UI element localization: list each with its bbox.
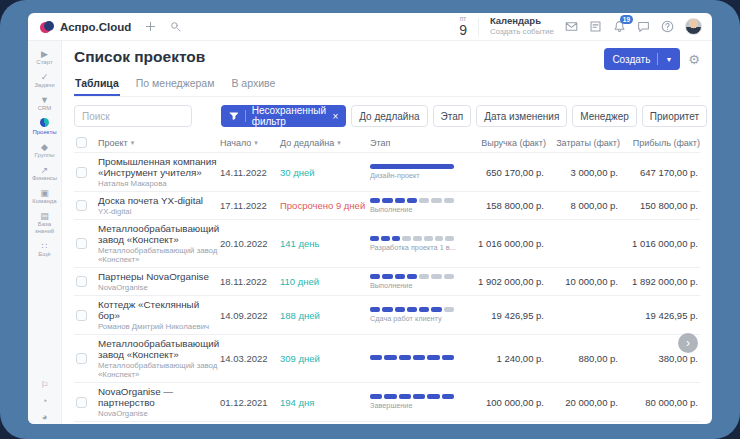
note-icon[interactable]: [589, 20, 602, 33]
filter-button-до-дедлайна[interactable]: До дедлайна: [351, 105, 427, 127]
tab-3[interactable]: В архиве: [230, 74, 276, 96]
pie-icon: ◔: [28, 396, 61, 406]
start-date: 20.10.2022: [220, 238, 280, 249]
more-icon: ∷: [28, 241, 61, 251]
row-checkbox[interactable]: [76, 167, 87, 178]
column-header-label: Проект: [98, 138, 128, 148]
mail-icon[interactable]: [565, 20, 578, 33]
tab-2[interactable]: По менеджерам: [135, 74, 216, 96]
column-header-label: Выручка (факт): [481, 138, 546, 148]
column-header-7[interactable]: Прибыль (факт): [620, 138, 700, 148]
start-date: 17.11.2022: [220, 200, 280, 211]
column-header-4[interactable]: Этап: [370, 138, 468, 148]
page-title: Список проектов: [74, 48, 205, 66]
profit-value: 19 426,95 р.: [620, 310, 700, 321]
row-checkbox[interactable]: [76, 397, 87, 408]
sidebar-item-crm[interactable]: ▼CRM: [28, 93, 61, 114]
table-row[interactable]: NovaOrganise — партнерствоNovaOrganise01…: [74, 383, 700, 422]
stage-label: Дизайн-проект: [370, 171, 462, 180]
table-row[interactable]: Металлообрабатывающий завод «Конспект»Ме…: [74, 335, 700, 383]
sidebar-item-knowledge[interactable]: ▤База знаний: [28, 209, 61, 237]
active-filter-chip[interactable]: Несохраненный фильтр ×: [221, 105, 346, 127]
stage-label: Разработка проекта 1 в...: [370, 243, 462, 252]
help-icon[interactable]: [661, 20, 674, 33]
stage-cell: Сдача работ клиенту: [370, 307, 468, 323]
filter-button-дата-изменения[interactable]: Дата изменения: [476, 105, 567, 127]
remove-filter-icon[interactable]: ×: [332, 111, 338, 122]
chevron-down-icon[interactable]: ▼: [665, 56, 672, 63]
row-checkbox[interactable]: [76, 310, 87, 321]
sidebar-item-label: Финансы: [28, 175, 61, 182]
revenue-value: 1 902 000,00 р.: [468, 276, 546, 287]
row-checkbox[interactable]: [76, 200, 87, 211]
disc-icon[interactable]: ◕: [28, 410, 61, 424]
table-row[interactable]: Промышленная компания «Инструмент учител…: [74, 153, 700, 192]
project-subtitle: Металлообрабатывающий завод «Конспект»: [98, 361, 220, 379]
pie-icon[interactable]: ◔: [28, 394, 61, 408]
filter-button-менеджер[interactable]: Менеджер: [572, 105, 637, 127]
chat-icon[interactable]: [637, 20, 650, 33]
column-header-6[interactable]: Затраты (факт): [546, 138, 620, 148]
table-header: Проект▾Начало▾До дедлайна▾ЭтапВыручка (ф…: [74, 133, 700, 153]
column-header-2[interactable]: Начало▾: [220, 138, 280, 148]
costs-value: 8 000,00 р.: [546, 200, 620, 211]
tasks-icon: ✓: [28, 72, 61, 82]
column-header-5[interactable]: Выручка (факт): [468, 138, 546, 148]
stage-segment: [382, 307, 392, 312]
sort-chevron-icon[interactable]: ▾: [131, 139, 135, 147]
row-checkbox[interactable]: [76, 276, 87, 287]
sidebar-item-finance[interactable]: ↗Финансы: [28, 163, 61, 184]
table-row[interactable]: Коттедж «Стеклянный бор»Романов Дмитрий …: [74, 296, 700, 335]
finance-icon: ↗: [28, 165, 61, 175]
table-row[interactable]: Партнеры NovaOrganiseNovaOrganise18.11.2…: [74, 268, 700, 296]
stage-segment: [435, 236, 444, 241]
row-checkbox[interactable]: [76, 238, 87, 249]
funnel-icon: [229, 111, 239, 121]
bell-icon[interactable]: 19: [613, 20, 626, 33]
disc-icon: ◕: [28, 412, 61, 422]
sidebar-item-more[interactable]: ∷Ещё: [28, 239, 61, 260]
stage-segment: [445, 236, 454, 241]
sort-chevron-icon[interactable]: ▾: [337, 139, 341, 147]
deadline-value: 188 дней: [280, 310, 370, 321]
sidebar-item-tasks[interactable]: ✓Задачи: [28, 70, 61, 91]
table-row[interactable]: ХМАО- Сургут01.12.2022Просрочено 7 днейТ…: [74, 422, 700, 424]
column-header-3[interactable]: До дедлайна▾: [280, 138, 370, 148]
date-widget[interactable]: пт 9: [459, 16, 467, 37]
stage-segment: [407, 274, 417, 279]
sidebar-item-groups[interactable]: ◆Группы: [28, 140, 61, 161]
settings-gear-icon[interactable]: ⚙: [688, 53, 700, 66]
sidebar-item-team[interactable]: ▣Команда: [28, 186, 61, 207]
divider: [478, 18, 479, 36]
sidebar-item-start[interactable]: ▶Старт: [28, 47, 61, 68]
deadline-value: 110 дней: [280, 276, 370, 287]
column-header-1[interactable]: Проект▾: [98, 138, 220, 148]
search-input[interactable]: [74, 105, 192, 127]
avatar[interactable]: [685, 18, 702, 35]
table-row[interactable]: Доска почета YX-digitalYX-digital17.11.2…: [74, 192, 700, 220]
filter-button-приоритет[interactable]: Приоритет: [642, 105, 707, 127]
project-cell: Промышленная компания «Инструмент учител…: [98, 156, 220, 188]
select-all-checkbox[interactable]: [76, 137, 87, 148]
row-checkbox[interactable]: [76, 353, 87, 364]
project-subtitle: Наталья Макарова: [98, 179, 220, 188]
crm-icon: ▼: [28, 95, 61, 105]
filter-button-этап[interactable]: Этап: [433, 105, 472, 127]
scroll-right-button[interactable]: ›: [678, 333, 698, 353]
create-button[interactable]: Создать ▼: [604, 48, 680, 70]
project-subtitle: NovaOrganise: [98, 283, 220, 292]
add-icon[interactable]: [145, 21, 156, 32]
table-row[interactable]: Металлообрабатывающий завод «Конспект»Ме…: [74, 220, 700, 268]
stage-progress-bar: [370, 198, 454, 203]
calendar-widget[interactable]: Календарь Создать событие: [490, 16, 554, 36]
search-icon[interactable]: [170, 21, 181, 32]
stage-segment: [402, 236, 411, 241]
revenue-value: 158 800,00 р.: [468, 200, 546, 211]
sidebar-item-projects[interactable]: Проекты: [28, 116, 61, 138]
sort-chevron-icon[interactable]: ▾: [254, 139, 258, 147]
flag-icon[interactable]: ⚐: [28, 378, 61, 392]
brand-logo-icon: [40, 20, 54, 34]
tab-1[interactable]: Таблица: [74, 74, 120, 96]
stage-segment: [407, 307, 417, 312]
profit-value: 80 000,00 р.: [620, 397, 700, 408]
